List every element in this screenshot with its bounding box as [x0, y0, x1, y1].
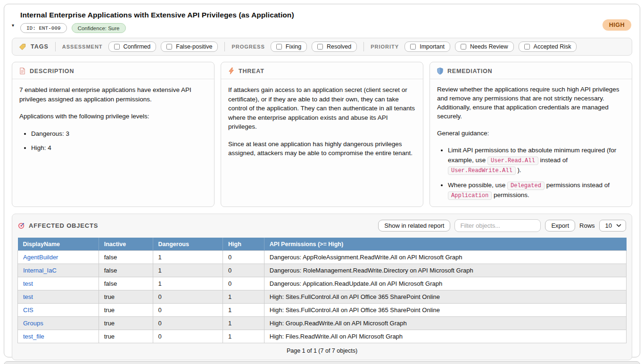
checkbox-needs-review[interactable]: [461, 44, 466, 50]
table-row: Internal_IaC false 1 0 Dangerous: RoleMa…: [18, 264, 627, 277]
cell-inactive: true: [99, 290, 153, 304]
object-link[interactable]: Groups: [18, 317, 99, 330]
remediation-bullets: Limit API permissions to the absolute mi…: [437, 146, 625, 207]
remediation-panel: REMEDIATION Review whether the applicati…: [429, 62, 632, 207]
cell-dangerous: 0: [153, 304, 223, 317]
next-finding-card-edge[interactable]: [4, 361, 640, 364]
remediation-body: Review whether the applications require …: [430, 79, 632, 207]
cell-high: 0: [223, 251, 264, 264]
show-related-report-button[interactable]: Show in related report: [378, 220, 450, 232]
finding-header: ▾ Internal Enterprise Applications with …: [12, 10, 632, 38]
remediation-para: Review whether the applications require …: [437, 85, 625, 121]
bullet-text: Where possible, use: [448, 182, 507, 189]
column-header-api-permissions[interactable]: API Permissions (>= High): [264, 238, 626, 251]
cell-permissions: High: Group.ReadWrite.All on API Microso…: [264, 317, 626, 330]
cell-high: 1: [223, 317, 264, 330]
rows-per-page-label: Rows: [579, 222, 595, 229]
cell-high: 0: [223, 277, 264, 290]
tag-option-accepted-risk[interactable]: Accepted Risk: [519, 41, 577, 52]
badge-row: ID: ENT-009 Confidence: Sure: [20, 23, 576, 33]
tag-option-label: Confirmed: [124, 43, 151, 50]
cell-inactive: false: [99, 251, 153, 264]
rows-per-page-value: 10: [605, 222, 612, 229]
table-row: test false 1 0 Dangerous: Application.Re…: [18, 277, 627, 290]
column-header-displayname[interactable]: DisplayName: [18, 238, 99, 251]
remediation-para: General guidance:: [437, 129, 625, 138]
checkbox-false-positive[interactable]: [166, 44, 172, 50]
remediation-bullet: Limit API permissions to the absolute mi…: [448, 146, 625, 175]
confidence-badge: Confidence: Sure: [72, 23, 126, 33]
checkbox-important[interactable]: [410, 44, 416, 50]
tag-option-confirmed[interactable]: Confirmed: [108, 41, 157, 52]
object-link[interactable]: test_file: [18, 330, 99, 343]
page-title: Internal Enterprise Applications with Ex…: [20, 11, 576, 19]
threat-panel: THREAT If attackers gain access to an ap…: [221, 62, 423, 207]
document-icon: [19, 67, 26, 74]
table-header-row: DisplayName Inactive Dangerous High API …: [18, 238, 627, 251]
divider: [224, 42, 225, 51]
object-link[interactable]: test: [18, 277, 99, 290]
code-snippet: User.ReadWrite.All: [448, 166, 516, 175]
export-button[interactable]: Export: [545, 220, 575, 232]
divider: [363, 42, 364, 51]
tag-option-resolved[interactable]: Resolved: [312, 41, 357, 52]
object-link[interactable]: AgentBuilder: [18, 251, 99, 264]
checkbox-confirmed[interactable]: [114, 44, 120, 50]
cell-inactive: true: [99, 304, 153, 317]
description-panel-header: DESCRIPTION: [12, 62, 214, 79]
report-page: ▾ Internal Enterprise Applications with …: [0, 0, 644, 364]
cell-inactive: true: [99, 330, 153, 343]
cell-high: 1: [223, 304, 264, 317]
column-header-high[interactable]: High: [223, 238, 264, 251]
checkbox-resolved[interactable]: [317, 44, 323, 50]
shield-icon: [437, 67, 444, 74]
tag-option-label: Important: [420, 43, 445, 50]
remediation-title: REMEDIATION: [447, 68, 492, 74]
cell-dangerous: 1: [153, 251, 223, 264]
tag-option-label: False-positive: [176, 43, 212, 50]
threat-panel-header: THREAT: [221, 62, 423, 79]
rows-per-page-select[interactable]: 10: [599, 220, 626, 232]
cell-permissions: Dangerous: RoleManagement.ReadWrite.Dire…: [264, 264, 626, 277]
tag-group-progress-label: PROGRESS: [231, 44, 264, 50]
code-snippet: Delegated: [507, 182, 545, 190]
tag-option-needs-review[interactable]: Needs Review: [455, 41, 514, 52]
cell-dangerous: 1: [153, 264, 223, 277]
divider: [55, 42, 56, 51]
column-header-inactive[interactable]: Inactive: [99, 238, 153, 251]
cell-inactive: true: [99, 317, 153, 330]
tag-option-important[interactable]: Important: [405, 41, 450, 52]
affected-objects-title: AFFECTED OBJECTS: [29, 222, 98, 229]
filter-objects-input[interactable]: [454, 219, 541, 232]
affected-objects-table: DisplayName Inactive Dangerous High API …: [17, 238, 627, 343]
cell-inactive: false: [99, 277, 153, 290]
tag-group-assessment-label: ASSESSMENT: [62, 44, 103, 50]
checkbox-accepted-risk[interactable]: [524, 44, 530, 50]
cell-permissions: High: Files.ReadWrite.All on API Microso…: [264, 330, 626, 343]
checkbox-fixing[interactable]: [276, 44, 282, 50]
tag-option-false-positive[interactable]: False-positive: [161, 41, 218, 52]
table-row: test_file true 0 1 High: Files.ReadWrite…: [18, 330, 627, 343]
remediation-bullet: Rotate client secrets regularly and remo…: [448, 206, 625, 207]
target-icon: [18, 222, 25, 229]
tags-bar: TAGS ASSESSMENT Confirmed False-positive…: [12, 38, 632, 56]
affected-objects-section: AFFECTED OBJECTS Show in related report …: [12, 214, 632, 360]
tag-option-fixing[interactable]: Fixing: [271, 41, 307, 52]
object-link[interactable]: test: [18, 290, 99, 304]
bullet-text: ).: [516, 166, 521, 174]
table-row: CIS true 0 1 High: Sites.FullControl.All…: [18, 304, 627, 317]
tag-option-label: Needs Review: [470, 43, 508, 50]
finding-id-badge: ID: ENT-009: [20, 23, 67, 33]
affected-objects-header: AFFECTED OBJECTS Show in related report …: [12, 214, 632, 237]
collapse-caret-icon[interactable]: ▾: [12, 23, 14, 28]
column-header-dangerous[interactable]: Dangerous: [153, 238, 223, 251]
detail-panels: DESCRIPTION 7 enabled internal enterpris…: [12, 62, 632, 207]
lightning-icon: [228, 67, 235, 74]
object-link[interactable]: CIS: [18, 304, 99, 317]
table-row: test true 0 1 High: Sites.FullControl.Al…: [18, 290, 627, 304]
remediation-bullet: Where possible, use Delegated permission…: [448, 181, 625, 200]
object-link[interactable]: Internal_IaC: [18, 264, 99, 277]
cell-permissions: High: Sites.FullControl.All on API Offic…: [264, 290, 626, 304]
threat-body: If attackers gain access to an applicati…: [221, 79, 423, 172]
severity-badge: HIGH: [603, 19, 631, 31]
